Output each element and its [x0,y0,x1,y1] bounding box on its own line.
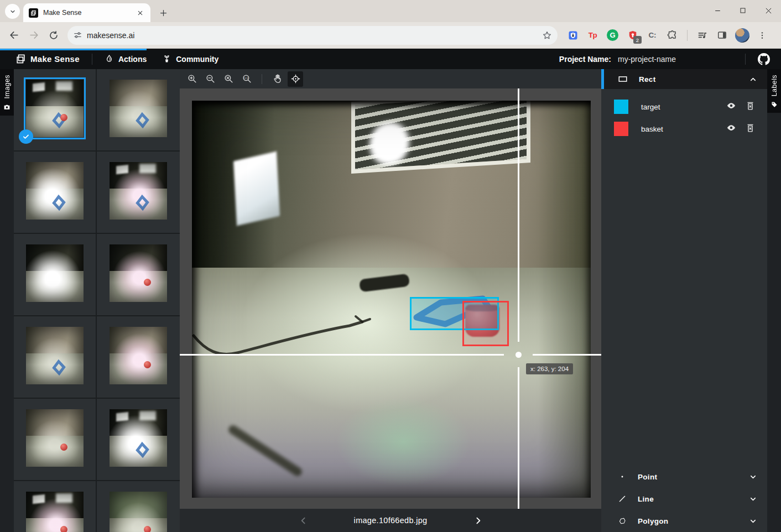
crosshair-line-h-right [533,354,601,356]
zoom-fit-button[interactable] [221,71,236,87]
image-thumbnail[interactable] [97,481,180,532]
tp-extension-icon[interactable]: Tp [584,27,601,44]
menu-community[interactable]: Community [162,54,218,64]
nav-divider [745,54,746,65]
annotation-canvas[interactable]: x: 263, y: 204 [180,88,601,509]
community-label: Community [176,55,218,64]
images-list [14,69,180,532]
cursor-coordinates-tooltip: x: 263, y: 204 [526,363,573,374]
project-name-input[interactable]: my-project-name [618,55,745,64]
zoom-out-button[interactable] [202,71,218,87]
image-thumbnail[interactable] [14,399,97,481]
image-thumbnail[interactable] [14,316,97,399]
url-bar[interactable]: makesense.ai [67,26,558,45]
image-thumbnail[interactable] [14,234,97,316]
labels-tab-label: Labels [770,75,778,96]
browser-menu-kebab-icon[interactable] [753,27,770,44]
image-thumbnail[interactable] [97,234,180,316]
label-row-basket[interactable]: basket [601,118,767,140]
thumbnail[interactable] [110,80,167,137]
toolbar-separator [687,30,688,41]
extensions-puzzle-icon[interactable] [664,27,681,44]
reload-button[interactable] [44,26,63,45]
image-thumbnail[interactable] [97,152,180,234]
makesense-logo-icon [15,54,26,64]
polygon-icon [618,517,627,526]
zoom-in-button[interactable] [184,71,200,87]
previous-image-button[interactable] [295,512,311,529]
collapsed-sections: PointLinePolygon [601,466,767,532]
thumbnail-selected[interactable] [26,80,84,137]
delete-label-button[interactable] [743,122,757,136]
chevron-down-icon [749,517,757,525]
media-playlist-icon[interactable] [694,27,711,44]
tab-search-button[interactable] [5,4,20,19]
image-thumbnail[interactable] [97,399,180,481]
image-thumbnail[interactable] [14,152,97,234]
forward-button[interactable] [24,26,43,45]
close-button[interactable] [756,0,781,21]
window-controls [705,0,781,22]
annotated-image [192,101,591,498]
active-section-accent [601,69,604,89]
line-section-header[interactable]: Line [601,488,767,510]
thumbnail[interactable] [26,409,84,467]
zoom-one-to-one-button[interactable]: 1:1 [239,71,254,87]
image-thumbnail[interactable] [14,481,97,532]
project-name-label: Project Name: [559,55,611,64]
rect-section-header[interactable]: Rect [601,69,767,89]
eye-icon [726,123,736,135]
toggle-visibility-button[interactable] [724,100,738,114]
thumbnail[interactable] [110,492,167,532]
bookmark-star-icon[interactable] [542,30,552,40]
minimize-button[interactable] [705,0,730,21]
polygon-section-header[interactable]: Polygon [601,510,767,532]
image-thumbnail[interactable] [14,69,97,152]
label-list: targetbasket [601,89,767,140]
labels-panel: Rect targetbasket PointLinePolygon [601,69,767,532]
image-thumbnail[interactable] [97,69,180,152]
shield-extension-icon[interactable]: 2 [624,27,641,44]
workspace: Images 1:1 [0,69,781,532]
menu-actions[interactable]: Actions [105,54,147,64]
makesense-brand[interactable]: Make Sense [15,54,80,64]
password-manager-extension-icon[interactable] [564,27,581,44]
labels-tab[interactable]: Labels [767,69,781,113]
colorpick-extension-icon[interactable]: C: [644,27,661,44]
next-image-button[interactable] [470,512,486,529]
thumbnail[interactable] [26,244,84,302]
thumbnail[interactable] [110,244,167,302]
annotation-rect-basket[interactable] [462,301,509,346]
thumbnail[interactable] [26,492,84,532]
thumbnail[interactable] [110,327,167,384]
crosshair-line-h-left [180,354,504,356]
grammarly-extension-icon[interactable]: G [604,27,621,44]
image-thumbnail[interactable] [97,316,180,399]
new-tab-button[interactable] [157,6,170,19]
profile-avatar[interactable] [733,27,751,44]
side-panel-icon[interactable] [714,27,731,44]
chevron-down-icon [749,495,757,503]
section-title: Line [638,495,654,503]
thumbnail[interactable] [110,409,167,467]
point-section-header[interactable]: Point [601,466,767,488]
delete-label-button[interactable] [743,100,757,114]
thumbnail[interactable] [110,162,167,220]
thumbnail[interactable] [26,327,84,384]
back-button[interactable] [4,26,23,45]
toggle-visibility-button[interactable] [724,122,738,136]
images-tab[interactable]: Images [0,69,14,116]
pan-hand-button[interactable] [269,71,285,87]
label-row-target[interactable]: target [601,96,767,118]
browser-titlebar: Make Sense [0,0,781,22]
rect-section-title: Rect [639,75,655,84]
thumbnail[interactable] [26,162,84,220]
right-strip: Labels [767,69,781,532]
crosshair-cursor-button[interactable] [288,71,303,87]
screen: Make Sense makesense.ai [0,0,781,532]
tab-close-icon[interactable] [136,8,145,18]
browser-tab[interactable]: Make Sense [23,3,150,22]
toolbar-separator [262,74,262,84]
maximize-button[interactable] [730,0,756,21]
github-link[interactable] [758,53,770,65]
